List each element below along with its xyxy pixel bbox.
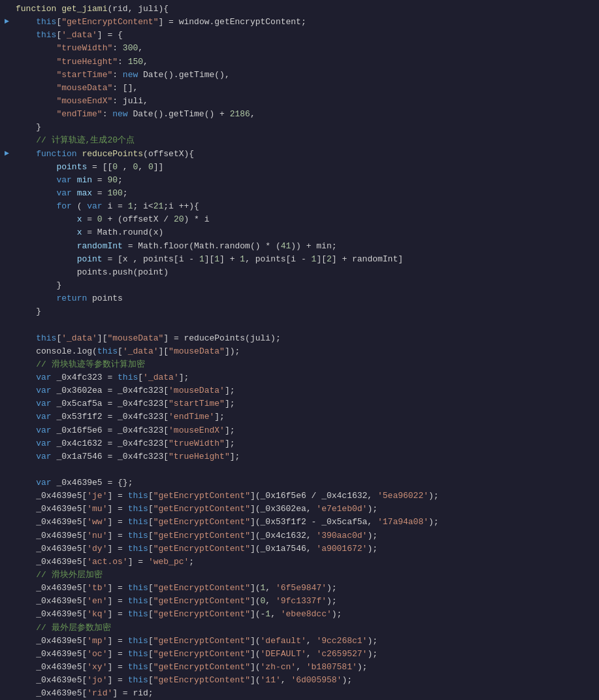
line-content: // 最外层参数加密 — [12, 622, 594, 635]
code-line: _0x4639e5['mu'] = this["getEncryptConten… — [0, 503, 599, 516]
line-content: var _0x16f5e6 = _0x4fc323['mouseEndX']; — [12, 424, 594, 437]
code-line: return points — [0, 292, 599, 305]
code-line: "trueWidth": 300, — [0, 42, 599, 55]
line-content: // 滑块外层加密 — [12, 569, 594, 582]
line-content: var _0x1a7546 = _0x4fc323["trueHeight"]; — [12, 450, 594, 463]
code-line: this['_data'] = { — [0, 29, 599, 42]
line-content: _0x4639e5['mu'] = this["getEncryptConten… — [12, 503, 594, 516]
line-content: var _0x5caf5a = _0x4fc323["startTime"]; — [12, 397, 594, 410]
code-line: var _0x4c1632 = _0x4fc323["trueWidth"]; — [0, 437, 599, 450]
code-line: _0x4639e5['kq'] = this["getEncryptConten… — [0, 608, 599, 621]
code-line: var _0x4639e5 = {}; — [0, 476, 599, 490]
line-content: x = 0 + (offsetX / 20) * i — [12, 213, 594, 226]
line-content: _0x4639e5['xy'] = this["getEncryptConten… — [12, 661, 594, 674]
code-line: ► this["getEncryptContent"] = window.get… — [0, 16, 599, 29]
line-content: // 计算轨迹,生成20个点 — [12, 134, 594, 147]
code-line: _0x4639e5['dy'] = this["getEncryptConten… — [0, 542, 599, 556]
code-container: function get_jiami(rid, juli){► this["ge… — [0, 0, 599, 700]
line-content: points = [[0 , 0, 0]] — [12, 161, 594, 174]
line-content: } — [12, 279, 594, 292]
code-line: point = [x , points[i - 1][1] + 1, point… — [0, 253, 599, 266]
line-content: _0x4639e5['jo'] = this["getEncryptConten… — [12, 674, 594, 687]
line-content: // 滑块轨迹等参数计算加密 — [12, 358, 594, 371]
code-line: _0x4639e5['act.os'] = 'web_pc'; — [0, 556, 599, 569]
line-content: x = Math.round(x) — [12, 226, 594, 239]
code-line: } — [0, 305, 599, 318]
code-line: "endTime": new Date().getTime() + 2186, — [0, 108, 599, 121]
line-content: this['_data']["mouseData"] = reducePoint… — [12, 332, 594, 345]
line-content: var max = 100; — [12, 187, 594, 200]
code-line: console.log(this['_data']["mouseData"]); — [0, 345, 599, 358]
line-content: _0x4639e5['act.os'] = 'web_pc'; — [12, 556, 594, 569]
line-content: for ( var i = 1; i<21;i ++){ — [12, 200, 594, 213]
code-line: x = Math.round(x) — [0, 226, 599, 239]
line-content: var _0x4639e5 = {}; — [12, 476, 594, 490]
code-line: // 滑块外层加密 — [0, 569, 599, 582]
code-line: var _0x16f5e6 = _0x4fc323['mouseEndX']; — [0, 424, 599, 437]
line-content: "startTime": new Date().getTime(), — [12, 69, 594, 82]
code-line: points = [[0 , 0, 0]] — [0, 161, 599, 174]
line-gutter: ► — [0, 16, 12, 28]
line-content: return points — [12, 292, 594, 305]
line-content: "trueWidth": 300, — [12, 42, 594, 55]
code-line: "mouseData": [], — [0, 82, 599, 95]
line-content: } — [12, 305, 594, 318]
code-line: _0x4639e5['nu'] = this["getEncryptConten… — [0, 529, 599, 542]
line-content: var min = 90; — [12, 174, 594, 187]
line-content: } — [12, 121, 594, 134]
code-line: // 计算轨迹,生成20个点 — [0, 134, 599, 147]
line-content — [12, 318, 594, 331]
code-line: _0x4639e5['rid'] = rid; — [0, 687, 599, 700]
line-content: console.log(this['_data']["mouseData"]); — [12, 345, 594, 358]
code-line: _0x4639e5['mp'] = this["getEncryptConten… — [0, 635, 599, 648]
code-line: "startTime": new Date().getTime(), — [0, 69, 599, 82]
line-content: point = [x , points[i - 1][1] + 1, point… — [12, 253, 594, 266]
line-content: _0x4639e5['ww'] = this["getEncryptConten… — [12, 516, 594, 529]
code-line: } — [0, 121, 599, 134]
code-line: // 滑块轨迹等参数计算加密 — [0, 358, 599, 371]
code-line: _0x4639e5['ww'] = this["getEncryptConten… — [0, 516, 599, 529]
line-content: "mouseData": [], — [12, 82, 594, 95]
code-line: var max = 100; — [0, 187, 599, 200]
line-content: _0x4639e5['je'] = this["getEncryptConten… — [12, 490, 594, 503]
line-content: _0x4639e5['dy'] = this["getEncryptConten… — [12, 542, 594, 556]
line-content: _0x4639e5['tb'] = this["getEncryptConten… — [12, 582, 594, 595]
line-content: _0x4639e5['oc'] = this["getEncryptConten… — [12, 648, 594, 661]
code-line: var _0x1a7546 = _0x4fc323["trueHeight"]; — [0, 450, 599, 463]
line-content: "trueHeight": 150, — [12, 56, 594, 69]
code-line: _0x4639e5['tb'] = this["getEncryptConten… — [0, 582, 599, 595]
code-line: var min = 90; — [0, 174, 599, 187]
line-content: _0x4639e5['mp'] = this["getEncryptConten… — [12, 635, 594, 648]
code-line: var _0x3602ea = _0x4fc323['mouseData']; — [0, 384, 599, 397]
line-content: randomInt = Math.floor(Math.random() * (… — [12, 240, 594, 253]
line-content: var _0x4fc323 = this['_data']; — [12, 371, 594, 384]
line-content — [12, 463, 594, 476]
line-content: _0x4639e5['en'] = this["getEncryptConten… — [12, 595, 594, 608]
code-line: x = 0 + (offsetX / 20) * i — [0, 213, 599, 226]
line-content: function reducePoints(offsetX){ — [12, 148, 594, 161]
code-line: var _0x5caf5a = _0x4fc323["startTime"]; — [0, 397, 599, 410]
line-content: _0x4639e5['kq'] = this["getEncryptConten… — [12, 608, 594, 621]
code-line — [0, 318, 599, 331]
line-content: var _0x53f1f2 = _0x4fc323['endTime']; — [12, 410, 594, 424]
code-line — [0, 463, 599, 476]
code-line: "mouseEndX": juli, — [0, 95, 599, 108]
line-gutter: ► — [0, 148, 12, 160]
line-content: points.push(point) — [12, 266, 594, 279]
line-content: this["getEncryptContent"] = window.getEn… — [12, 16, 594, 29]
line-content: var _0x4c1632 = _0x4fc323["trueWidth"]; — [12, 437, 594, 450]
code-line: _0x4639e5['je'] = this["getEncryptConten… — [0, 490, 599, 503]
code-line: var _0x53f1f2 = _0x4fc323['endTime']; — [0, 410, 599, 424]
code-line: "trueHeight": 150, — [0, 56, 599, 69]
code-line: randomInt = Math.floor(Math.random() * (… — [0, 240, 599, 253]
line-content: var _0x3602ea = _0x4fc323['mouseData']; — [12, 384, 594, 397]
code-line: for ( var i = 1; i<21;i ++){ — [0, 200, 599, 213]
code-line: function get_jiami(rid, juli){ — [0, 3, 599, 16]
line-content: this['_data'] = { — [12, 29, 594, 42]
code-line: } — [0, 279, 599, 292]
line-content: _0x4639e5['nu'] = this["getEncryptConten… — [12, 529, 594, 542]
code-line: _0x4639e5['oc'] = this["getEncryptConten… — [0, 648, 599, 661]
code-line: points.push(point) — [0, 266, 599, 279]
code-line: _0x4639e5['jo'] = this["getEncryptConten… — [0, 674, 599, 687]
code-line: this['_data']["mouseData"] = reducePoint… — [0, 332, 599, 345]
